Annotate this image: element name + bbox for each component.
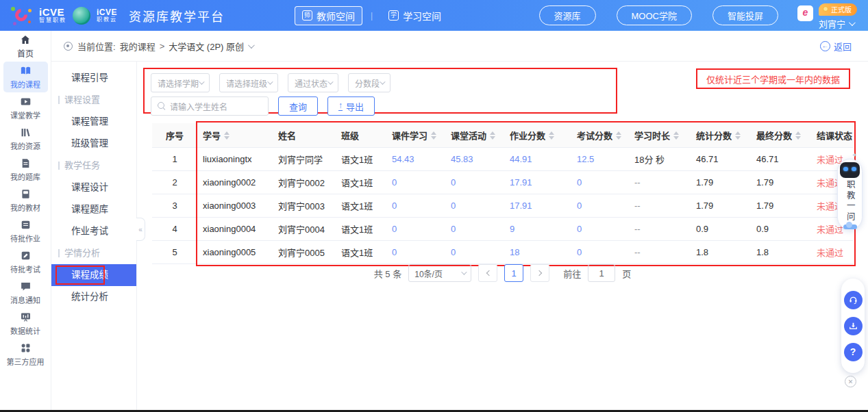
table-cell[interactable]: 44.91 xyxy=(504,154,571,164)
breadcrumb-current-course[interactable]: 大学语文 (2P) 原创 xyxy=(169,40,253,53)
sidebar-item[interactable]: 我的资源 xyxy=(3,123,48,154)
table-cell[interactable]: 0 xyxy=(571,247,629,257)
sidebar-item[interactable]: 我的题库 xyxy=(3,154,48,185)
table-row: 4xiaoning0004刘宵宁0004语文1班0090--0.90.9未通过 xyxy=(152,218,853,241)
user-name[interactable]: 刘宵宁 xyxy=(819,17,854,30)
close-icon: ✕ xyxy=(848,378,854,385)
goto-page-input[interactable]: 1 xyxy=(588,264,615,282)
column-header[interactable]: 考试分数 xyxy=(571,129,629,142)
sort-carets-icon[interactable] xyxy=(490,131,495,140)
table-cell[interactable]: 17.91 xyxy=(504,201,571,211)
sort-carets-icon[interactable] xyxy=(616,131,621,140)
column-header[interactable]: 课堂活动 xyxy=(445,129,504,142)
table-cell: 2 xyxy=(152,177,197,188)
table-cell[interactable]: 45.83 xyxy=(445,154,504,164)
brand-secondary-text: iCVE 职教云 xyxy=(97,8,117,23)
course-menu-item[interactable]: 课程设计 xyxy=(51,177,136,198)
support-button[interactable] xyxy=(844,291,863,309)
course-menu-item[interactable]: 班级管理 xyxy=(51,133,136,155)
sidebar-item[interactable]: 我的课程 xyxy=(3,62,48,92)
sidebar-collapse-handle[interactable]: « xyxy=(136,218,145,241)
sort-carets-icon[interactable] xyxy=(549,131,554,140)
table-cell[interactable]: 0 xyxy=(445,177,504,188)
table-cell[interactable]: 0 xyxy=(386,224,445,234)
column-header[interactable]: 作业分数 xyxy=(504,129,571,142)
course-menu-item[interactable]: 作业考试 xyxy=(51,220,136,242)
filter-select[interactable]: 分数段 xyxy=(348,73,390,92)
header-pill-button[interactable]: MOOC学院 xyxy=(617,5,692,25)
table-cell: xiaoning0005 xyxy=(197,247,273,257)
space-tab[interactable]: 学 学习空间 xyxy=(381,6,449,25)
filter-select[interactable]: 请选择班级 xyxy=(219,73,278,92)
course-menu-item[interactable]: 课程引导 xyxy=(51,67,136,89)
export-button[interactable]: ↑ 导出 xyxy=(327,96,375,116)
ai-assistant-widget[interactable]: 职教一问 xyxy=(837,159,863,230)
course-menu-item[interactable]: 课程题库 xyxy=(51,198,136,220)
current-page-button[interactable]: 1 xyxy=(504,264,523,282)
column-header[interactable]: 最终分数 xyxy=(751,129,811,142)
download-button[interactable] xyxy=(844,317,863,335)
back-button[interactable]: ← 返回 xyxy=(820,40,852,53)
table-cell[interactable]: 18 xyxy=(504,247,571,257)
course-menu-item[interactable]: 课程管理 xyxy=(51,111,136,133)
table-cell: 刘宵宁0002 xyxy=(273,176,336,189)
column-header[interactable]: 统计分数 xyxy=(691,129,751,142)
sidebar-item[interactable]: 我的教材 xyxy=(3,185,48,216)
table-cell[interactable]: 0 xyxy=(571,224,629,234)
course-menu-item[interactable]: 课程设置 xyxy=(51,89,136,111)
chevron-down-icon xyxy=(267,79,273,84)
header-right: 资源库 MOOC学院 智能投屏 e 正式版 刘宵宁 xyxy=(539,1,868,30)
prev-page-button[interactable] xyxy=(478,264,497,282)
filter-select[interactable]: 请选择学期 xyxy=(151,73,210,92)
course-menu-item[interactable]: 统计分析 xyxy=(51,286,136,308)
column-header[interactable]: 学习时长 xyxy=(629,129,691,142)
cloud-icon xyxy=(843,224,857,229)
student-name-input[interactable]: 请输入学生姓名 xyxy=(151,96,269,116)
table-cell[interactable]: 54.43 xyxy=(386,154,445,164)
space-tab[interactable]: 师 教师空间 xyxy=(295,6,362,25)
sort-carets-icon[interactable] xyxy=(431,131,436,140)
sidebar-item[interactable]: 课堂教学 xyxy=(3,92,48,123)
help-button[interactable]: ? xyxy=(844,343,863,361)
sidebar-item-home[interactable]: 首页 xyxy=(0,31,51,62)
table-cell: 1.8 xyxy=(691,247,751,257)
table-cell[interactable]: 0 xyxy=(571,201,629,211)
sort-carets-icon[interactable] xyxy=(224,131,230,140)
app-window: iCVE 智慧职教 iCVE 职教云 资源库教学平台 师 教师空间 | 学 学习… xyxy=(0,0,868,412)
table-cell[interactable]: 0 xyxy=(445,247,504,257)
sidebar-item[interactable]: 待批作业 xyxy=(3,216,48,246)
header-pill-button[interactable]: 智能投屏 xyxy=(712,5,778,25)
sidebar-item[interactable]: 消息通知 xyxy=(3,277,48,308)
breadcrumb-prefix: 当前位置: xyxy=(77,40,116,53)
page-size-select[interactable]: 10条/页 xyxy=(408,264,471,282)
table-cell[interactable]: 0 xyxy=(445,201,504,211)
course-menu-item[interactable]: 学情分析 xyxy=(51,242,136,264)
filter-select[interactable]: 通过状态 xyxy=(288,73,338,92)
breadcrumb-root[interactable]: 我的课程 xyxy=(120,40,156,53)
header-pill-button[interactable]: 资源库 xyxy=(539,5,596,25)
query-button[interactable]: 查询 xyxy=(278,96,318,116)
column-header[interactable]: 学号 xyxy=(197,129,273,142)
next-page-button[interactable] xyxy=(530,264,549,282)
table-cell[interactable]: 0 xyxy=(445,224,504,234)
table-cell[interactable]: 17.91 xyxy=(504,177,571,188)
sort-carets-icon[interactable] xyxy=(673,131,679,140)
course-menu-item[interactable]: 课程成绩 xyxy=(51,264,136,286)
table-cell[interactable]: 0 xyxy=(386,201,445,211)
chevron-down-icon xyxy=(461,269,467,274)
table-cell[interactable]: 12.5 xyxy=(571,154,629,164)
course-menu-item[interactable]: 教学任务 xyxy=(51,155,136,177)
close-floating-toolbar-button[interactable]: ✕ xyxy=(845,376,856,387)
sidebar-item[interactable]: 第三方应用 xyxy=(3,339,48,370)
table-cell[interactable]: 0 xyxy=(386,247,445,257)
user-block[interactable]: e 正式版 刘宵宁 xyxy=(797,1,857,30)
table-cell[interactable]: 0 xyxy=(571,177,629,188)
home-icon xyxy=(20,34,32,46)
sort-carets-icon[interactable] xyxy=(735,131,741,140)
sidebar-item[interactable]: 待批考试 xyxy=(3,246,48,277)
table-cell[interactable]: 9 xyxy=(504,224,571,234)
sidebar-item[interactable]: 数据统计 xyxy=(3,308,48,339)
sort-carets-icon[interactable] xyxy=(795,131,801,140)
table-cell[interactable]: 0 xyxy=(386,177,445,188)
column-header[interactable]: 课件学习 xyxy=(386,129,445,142)
